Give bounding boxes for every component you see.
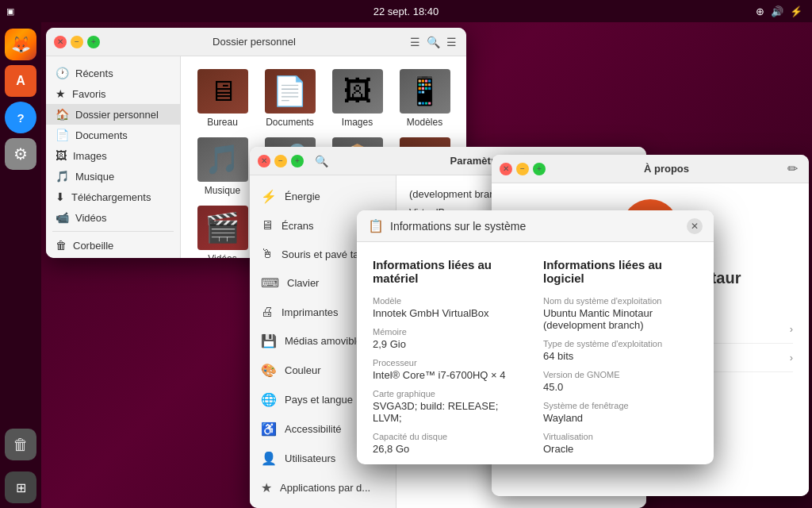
copier-hardware-col: Informations liées au matériel Modèle In… bbox=[373, 258, 527, 464]
sidebar-images[interactable]: 🖼 Images bbox=[46, 145, 180, 166]
copier-gnome-value: 45.0 bbox=[543, 381, 698, 393]
copier-noyau-label: Version du noyau bbox=[543, 463, 698, 464]
apropos-info-system-arrow: › bbox=[790, 323, 793, 335]
sidebar-telechargements[interactable]: ⬇ Téléchargements bbox=[46, 187, 180, 207]
copier-carte-value: SVGA3D; build: RELEASE; LLVM; bbox=[373, 400, 527, 424]
sidebar-documents-label: Documents bbox=[75, 129, 128, 141]
ecrans-icon: 🖥 bbox=[261, 218, 274, 233]
copier-fenetre-value: Wayland bbox=[543, 412, 698, 424]
sidebar-corbeille-label: Corbeille bbox=[73, 240, 113, 252]
sidebar-musique[interactable]: 🎵 Musique bbox=[46, 166, 180, 187]
documents-folder-label: Documents bbox=[266, 117, 314, 128]
folder-images[interactable]: 🖼 Images bbox=[328, 69, 386, 128]
copier-software-col: Informations liées au logiciel Nom du sy… bbox=[543, 258, 698, 464]
copier-close-btn[interactable]: ✕ bbox=[687, 218, 703, 234]
settings-medias-label: Médias amovibles bbox=[285, 335, 367, 347]
settings-clavier-label: Clavier bbox=[287, 277, 319, 289]
telechargements-icon: ⬇ bbox=[56, 190, 65, 203]
apropos-titlebar: ✕ − + À propos ✏ bbox=[492, 155, 809, 183]
copier-disque: Capacité du disque 26,8 Go bbox=[373, 432, 527, 455]
power-icon: ⚡ bbox=[790, 6, 802, 17]
souris-icon: 🖱 bbox=[261, 247, 274, 261]
taskbar: 🦊 A ? ⚙ 🗑 ⊞ bbox=[0, 22, 41, 508]
settings-imprimantes-label: Imprimantes bbox=[282, 306, 339, 318]
filemanager-menu-icon[interactable]: ☰ bbox=[408, 34, 422, 50]
sidebar-sep bbox=[52, 231, 174, 232]
sidebar-favoris[interactable]: ★ Favoris bbox=[46, 83, 180, 104]
settings-max-btn[interactable]: + bbox=[291, 155, 304, 167]
videos-folder-label: Vidéos bbox=[208, 253, 236, 258]
settings-date[interactable]: 🕐 Date et heure bbox=[250, 502, 396, 508]
musique-folder-icon: 🎵 bbox=[197, 137, 248, 182]
clavier-icon: ⌨ bbox=[261, 275, 279, 291]
filemanager-search-icon[interactable]: 🔍 bbox=[425, 34, 442, 50]
taskbar-trash[interactable]: 🗑 bbox=[5, 429, 36, 460]
apropos-edit-btn[interactable]: ✏ bbox=[787, 161, 798, 176]
sidebar-videos[interactable]: 📹 Vidéos bbox=[46, 207, 180, 228]
apropos-min-btn[interactable]: − bbox=[516, 163, 529, 175]
sidebar-documents[interactable]: 📄 Documents bbox=[46, 125, 180, 145]
filemanager-close-btn[interactable]: ✕ bbox=[54, 36, 67, 48]
sidebar-corbeille[interactable]: 🗑 Corbeille bbox=[46, 235, 180, 256]
bureau-icon: 🖥 bbox=[197, 69, 248, 114]
filemanager-view-icon[interactable]: ☰ bbox=[445, 34, 458, 50]
sidebar-favoris-label: Favoris bbox=[72, 88, 106, 100]
copier-memoire-value: 2,9 Gio bbox=[373, 338, 527, 350]
folder-documents[interactable]: 📄 Documents bbox=[261, 69, 319, 128]
copier-carte-label: Carte graphique bbox=[373, 389, 527, 398]
taskbar-firefox[interactable]: 🦊 bbox=[5, 29, 36, 60]
documents-folder-icon: 📄 bbox=[265, 69, 316, 114]
filemanager-min-btn[interactable]: − bbox=[71, 36, 83, 48]
corbeille-icon: 🗑 bbox=[56, 239, 67, 252]
images-icon: 🖼 bbox=[56, 149, 67, 162]
copier-titlebar: 📋 Informations sur le système ✕ bbox=[357, 210, 714, 242]
copier-icon: 📋 bbox=[368, 218, 384, 233]
taskbar-apps[interactable]: A bbox=[5, 65, 36, 97]
folder-bureau[interactable]: 🖥 Bureau bbox=[193, 69, 251, 128]
taskbar-grid[interactable]: ⊞ bbox=[5, 471, 36, 503]
apropos-close-btn[interactable]: ✕ bbox=[500, 163, 512, 175]
settings-energie[interactable]: ⚡ Énergie bbox=[250, 182, 396, 211]
copier-body: Informations liées au matériel Modèle In… bbox=[357, 242, 714, 464]
apropos-max-btn[interactable]: + bbox=[533, 163, 546, 175]
utilisateurs-icon: 👤 bbox=[261, 451, 277, 466]
copier-fenetre-label: Système de fenêtrage bbox=[543, 401, 698, 410]
copier-gnome-label: Version de GNOME bbox=[543, 370, 698, 379]
folder-modeles[interactable]: 📱 Modèles bbox=[396, 69, 454, 128]
settings-search-icon[interactable]: 🔍 bbox=[310, 150, 332, 172]
settings-energie-label: Énergie bbox=[285, 190, 320, 202]
copier-os-type-label: Type de système d'exploitation bbox=[543, 339, 698, 348]
pays-icon: 🌐 bbox=[261, 392, 277, 407]
copier-hardware-title: Informations liées au matériel bbox=[373, 258, 527, 285]
taskbar-settings[interactable]: ⚙ bbox=[5, 138, 36, 170]
folder-musique[interactable]: 🎵 Musique bbox=[193, 137, 251, 196]
copier-memoire: Mémoire 2,9 Gio bbox=[373, 327, 527, 350]
network-icon: ⊕ bbox=[756, 6, 764, 17]
taskbar-help[interactable]: ? bbox=[5, 102, 36, 133]
sidebar-musique-label: Musique bbox=[75, 171, 114, 183]
sidebar-home[interactable]: 🏠 Dossier personnel bbox=[46, 104, 180, 125]
apropos-title: À propos bbox=[546, 163, 787, 175]
copier-software-title: Informations liées au logiciel bbox=[543, 258, 698, 285]
medias-icon: 💾 bbox=[261, 333, 277, 348]
modeles-folder-label: Modèles bbox=[407, 117, 442, 128]
apropos-maj-arrow: › bbox=[790, 352, 793, 364]
bureau-label: Bureau bbox=[207, 117, 238, 128]
recents-icon: 🕐 bbox=[56, 67, 69, 79]
copier-virt-value: Oracle bbox=[543, 443, 698, 455]
sidebar-telechargements-label: Téléchargements bbox=[71, 191, 151, 203]
musique-icon: 🎵 bbox=[56, 170, 69, 183]
sidebar-videos-label: Vidéos bbox=[75, 212, 107, 224]
folder-videos[interactable]: 🎬 Vidéos bbox=[193, 206, 251, 258]
settings-applications-label: Applications par d... bbox=[280, 482, 370, 494]
filemanager-max-btn[interactable]: + bbox=[87, 36, 100, 48]
videos-folder-icon: 🎬 bbox=[197, 206, 248, 250]
sidebar-recents[interactable]: 🕐 Récents bbox=[46, 63, 180, 83]
copier-modele: Modèle Innotek GmbH VirtualBox bbox=[373, 296, 527, 319]
settings-close-btn[interactable]: ✕ bbox=[258, 155, 270, 167]
couleur-icon: 🎨 bbox=[261, 363, 277, 378]
settings-applications[interactable]: ★ Applications par d... bbox=[250, 473, 396, 502]
settings-min-btn[interactable]: − bbox=[274, 155, 287, 167]
copier-processeur-value: Intel® Core™ i7-6700HQ × 4 bbox=[373, 369, 527, 381]
clock: 22 sept. 18:40 bbox=[373, 6, 439, 17]
